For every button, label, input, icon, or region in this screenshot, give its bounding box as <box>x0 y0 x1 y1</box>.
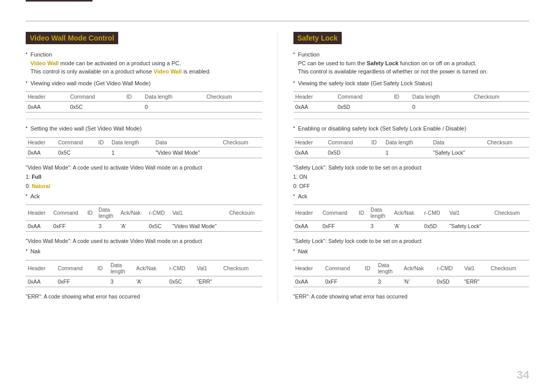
table-row: 0xAA 0x5C 1 "Video Wall Mode" <box>26 147 262 158</box>
right-get-td-command: 0x5D <box>336 102 392 113</box>
right-function-text2: This control is available regardless of … <box>298 68 488 74</box>
right-bullet-dot-4: • <box>293 193 295 198</box>
right-ack-td-checksum <box>492 221 529 232</box>
nak-th-rcmd: r-CMD <box>168 260 195 276</box>
set-td-data: "Video Wall Mode" <box>154 147 221 158</box>
nak-th-command: Command <box>55 260 95 276</box>
right-ack-th-acknak: Ack/Nak <box>392 205 422 221</box>
nak-th-id: ID <box>96 260 108 276</box>
value1-label: 1: <box>26 174 30 180</box>
right-ack-th-checksum: Checksum <box>492 205 529 221</box>
ack-table-container: Header Command ID Datalength Ack/Nak r-C… <box>26 204 262 232</box>
bullet-dot-3: • <box>26 125 27 130</box>
table-row: 0xAA 0xFF 3 'N' 0x5D "ERR" <box>293 276 530 287</box>
divider-1 <box>26 119 262 119</box>
right-ack-th-datalength: Datalength <box>368 205 392 221</box>
set-th-header: Header <box>26 137 56 147</box>
right-column: Safety Lock • Function PC can be used to… <box>293 32 530 303</box>
get-td-header: 0xAA <box>26 102 68 113</box>
table-row: 0xAA 0xFF 3 'A' 0x5C "Video Wall Mode" <box>26 221 262 232</box>
right-get-th-command: Command <box>336 92 392 102</box>
right-function-bullet: • Function PC can be used to turn the Sa… <box>293 50 530 76</box>
nak-th-acknak: Ack/Nak <box>134 260 168 276</box>
nak-th-checksum: Checksum <box>221 260 262 276</box>
value2: 0: Natural <box>26 183 262 189</box>
right-nak-td-rcmd: 0x5D <box>435 276 462 287</box>
right-nak-td-command: 0xFF <box>323 276 363 287</box>
get-th-datalength: Data length <box>143 92 205 102</box>
note2: "Video Wall Mode": A code used to activa… <box>26 238 262 244</box>
set-td-command: 0x5C <box>56 147 96 158</box>
right-section-title: Safety Lock <box>293 32 342 44</box>
main-columns: Video Wall Mode Control • Function Video… <box>26 32 529 303</box>
page: Video Wall Mode Control • Function Video… <box>0 0 555 392</box>
right-get-th-checksum: Checksum <box>472 92 529 102</box>
ack-th-acknak: Ack/Nak <box>119 205 147 221</box>
right-ack-th-rcmd: r-CMD <box>422 205 448 221</box>
ack-th-val1: Val1 <box>170 205 227 221</box>
right-ack-td-acknak: 'A' <box>392 221 422 232</box>
enable-label: Enabling or disabling safety lock (Set S… <box>298 124 467 133</box>
right-get-table: Header Command ID Data length Checksum 0… <box>293 91 530 113</box>
setting-bullet: • Setting the video wall (Set Video Wall… <box>26 124 262 133</box>
right-get-td-datalength: 0 <box>410 102 472 113</box>
right-value2: 0: OFF <box>293 183 530 189</box>
left-column: Video Wall Mode Control • Function Video… <box>26 32 262 303</box>
right-set-table-container: Header Command ID Data length Data Check… <box>293 137 530 158</box>
right-ack-td-id <box>357 221 368 232</box>
right-function-text1-suffix: function on or off on a product. <box>398 60 476 66</box>
right-ack-bullet: • Ack <box>293 192 530 201</box>
right-nak-label: Nak <box>298 247 308 256</box>
nak-td-header: 0xAA <box>26 276 55 287</box>
ack-th-header: Header <box>26 205 51 221</box>
set-td-header: 0xAA <box>26 147 56 158</box>
value1-val: Full <box>32 174 42 180</box>
right-value1: 1: ON <box>293 174 530 180</box>
nak-table: Header Command ID Datalength Ack/Nak r-C… <box>26 260 262 287</box>
note1: "Video Wall Mode": A code used to activa… <box>26 164 262 171</box>
right-set-th-checksum: Checksum <box>485 137 529 147</box>
right-nak-th-val1: Val1 <box>462 260 489 276</box>
right-note2: "Safety Lock": Safety lock code to be se… <box>293 238 530 244</box>
set-th-command: Command <box>56 137 96 147</box>
right-ack-label: Ack <box>298 192 307 201</box>
right-set-th-header: Header <box>293 137 326 147</box>
nak-td-datalength: 3 <box>108 276 134 287</box>
nak-td-checksum <box>221 276 262 287</box>
ack-th-id: ID <box>85 205 97 221</box>
right-ack-td-command: 0xFF <box>321 221 357 232</box>
function-text2-prefix: This control is only available on a prod… <box>30 68 154 74</box>
right-bullet-dot-3: • <box>293 125 295 130</box>
right-function-text1-prefix: PC can be used to turn the <box>298 60 367 66</box>
function-text2-suffix: is enabled. <box>182 68 211 74</box>
set-th-data: Data <box>154 137 221 147</box>
right-nak-td-acknak: 'N' <box>402 276 435 287</box>
right-set-td-checksum <box>485 147 529 158</box>
ack-table: Header Command ID Datalength Ack/Nak r-C… <box>26 204 262 232</box>
enable-bullet: • Enabling or disabling safety lock (Set… <box>293 124 530 133</box>
function-label: Function <box>30 51 52 58</box>
right-nak-th-header: Header <box>293 260 323 276</box>
get-td-datalength: 0 <box>143 102 205 113</box>
value2-val: Natural <box>32 183 50 189</box>
function-bullet: • Function Video Wall mode can be activa… <box>26 50 262 76</box>
right-nak-table-container: Header Command ID Datalength Ack/Nak r-C… <box>293 260 530 287</box>
right-err-note: "ERR": A code showing what error has occ… <box>293 293 530 300</box>
set-td-datalength: 1 <box>109 147 154 158</box>
ack-th-checksum: Checksum <box>227 205 262 221</box>
set-th-checksum: Checksum <box>220 137 262 147</box>
nak-td-rcmd: 0x5C <box>168 276 195 287</box>
ack-td-val1: "Video Wall Mode" <box>170 221 227 232</box>
right-ack-td-datalength: 3 <box>368 221 392 232</box>
table-row: 0xAA 0xFF 3 'A' 0x5D "Safety Lock" <box>293 221 530 232</box>
right-get-table-container: Header Command ID Data length Checksum 0… <box>293 91 530 113</box>
right-divider-1 <box>293 119 530 119</box>
left-section-title: Video Wall Mode Control <box>26 32 118 44</box>
set-td-id <box>96 147 109 158</box>
table-row: 0xAA 0xFF 3 'A' 0x5C "ERR" <box>26 276 262 287</box>
function-text1-suffix: mode can be activated on a product using… <box>60 60 181 66</box>
right-get-th-header: Header <box>293 92 336 102</box>
right-set-th-datalength: Data length <box>383 137 431 147</box>
right-set-td-data: "Safety Lock" <box>431 147 485 158</box>
get-th-command: Command <box>68 92 124 102</box>
